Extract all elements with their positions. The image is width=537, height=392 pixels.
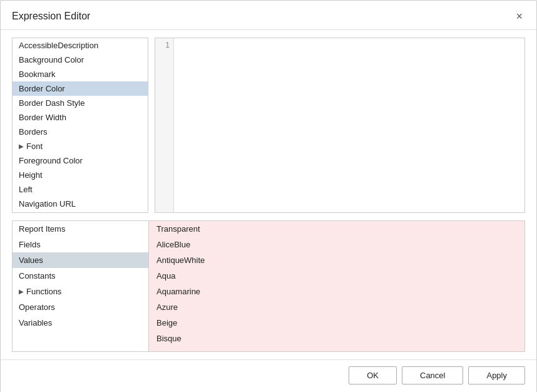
category-item-label: Functions [26, 287, 61, 296]
properties-list-item[interactable]: AccessibleDescription [13, 38, 148, 53]
properties-list-item[interactable]: Bookmark [13, 67, 148, 81]
expression-input[interactable] [174, 38, 524, 212]
cancel-button[interactable]: Cancel [402, 366, 463, 384]
close-button[interactable]: × [513, 9, 525, 23]
value-item[interactable]: AntiqueWhite [149, 252, 524, 268]
value-item[interactable]: Aquamarine [149, 284, 524, 299]
expand-arrow-icon: ▶ [19, 288, 24, 295]
properties-list-item[interactable]: Borders [13, 125, 148, 139]
bottom-section: Report ItemsFieldsValuesConstants▶Functi… [12, 220, 525, 352]
properties-list-item[interactable]: Background Color [13, 53, 148, 67]
properties-list-item-label: Height [19, 170, 43, 180]
expression-editor-dialog: Expression Editor × AccessibleDescriptio… [0, 0, 537, 392]
properties-list-item-label: Bookmark [19, 70, 56, 79]
dialog-footer: OK Cancel Apply [1, 359, 536, 392]
properties-list-item-label: Foreground Color [19, 156, 83, 165]
properties-list: AccessibleDescriptionBackground ColorBoo… [12, 38, 148, 213]
category-item-label: Variables [19, 318, 52, 328]
dialog-body: AccessibleDescriptionBackground ColorBoo… [1, 30, 536, 359]
category-item-label: Fields [19, 240, 41, 249]
value-item[interactable]: Bisque [149, 331, 524, 346]
dialog-title: Expression Editor [12, 11, 90, 22]
category-item[interactable]: Variables [13, 315, 148, 331]
value-item[interactable]: Aqua [149, 268, 524, 284]
properties-list-item-label: Left [19, 185, 33, 194]
properties-list-item[interactable]: Border Dash Style [13, 96, 148, 110]
properties-list-item[interactable]: Navigation URL [13, 197, 148, 211]
properties-list-item-label: Borders [19, 127, 48, 137]
properties-list-item-label: Font [26, 142, 43, 151]
value-item[interactable]: Azure [149, 299, 524, 315]
dialog-header: Expression Editor × [1, 1, 536, 30]
properties-list-item[interactable]: Border Width [13, 110, 148, 125]
top-section: AccessibleDescriptionBackground ColorBoo… [12, 38, 525, 213]
category-item[interactable]: ▶Functions [13, 284, 148, 299]
value-item[interactable]: Black [149, 346, 524, 351]
category-item[interactable]: Values [13, 252, 148, 268]
value-item[interactable]: Beige [149, 315, 524, 331]
editor-content: 1 [155, 38, 524, 212]
category-item-label: Constants [19, 271, 56, 281]
category-item[interactable]: Constants [13, 268, 148, 284]
category-item[interactable]: Operators [13, 299, 148, 315]
line-numbers: 1 [155, 38, 174, 212]
value-item[interactable]: Transparent [149, 221, 524, 237]
properties-list-item[interactable]: ▶Padding [13, 211, 148, 213]
expression-editor-area: 1 [155, 38, 525, 213]
properties-list-item-label: Border Dash Style [19, 98, 85, 108]
category-item-label: Report Items [19, 224, 65, 234]
ok-button[interactable]: OK [349, 366, 397, 384]
properties-list-item-label: Background Color [19, 55, 84, 64]
category-item[interactable]: Report Items [13, 221, 148, 237]
value-item[interactable]: AliceBlue [149, 237, 524, 252]
category-item-label: Values [19, 255, 43, 265]
apply-button[interactable]: Apply [468, 366, 525, 384]
category-panel: Report ItemsFieldsValuesConstants▶Functi… [13, 221, 149, 351]
properties-list-item-label: Border Color [19, 84, 65, 93]
properties-list-item[interactable]: Border Color [13, 81, 148, 96]
expand-arrow-icon: ▶ [19, 143, 24, 150]
properties-list-item-label: Navigation URL [19, 199, 76, 209]
properties-list-item[interactable]: Height [13, 168, 148, 182]
properties-list-item[interactable]: Foreground Color [13, 153, 148, 168]
properties-list-item-label: Border Width [19, 113, 66, 122]
values-panel: TransparentAliceBlueAntiqueWhiteAquaAqua… [149, 221, 524, 351]
properties-list-item[interactable]: Left [13, 182, 148, 197]
properties-list-item[interactable]: ▶Font [13, 139, 148, 153]
properties-list-item-label: AccessibleDescription [19, 41, 98, 50]
line-number-1: 1 [159, 41, 170, 49]
category-item[interactable]: Fields [13, 237, 148, 252]
category-item-label: Operators [19, 302, 55, 312]
